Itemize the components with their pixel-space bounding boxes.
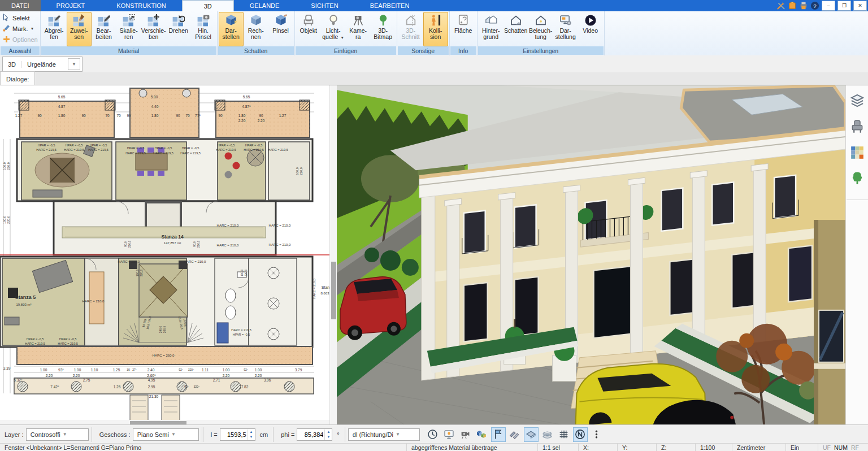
tile-diamond-icon[interactable] [524, 427, 539, 442]
ribbon-group-label: Einstellungen [478, 46, 604, 55]
floorplan-2d-pane[interactable]: 5.655.005.654.874.404.87⁵1.27901.8090707… [0, 85, 329, 425]
close-button[interactable]: ✕ [853, 1, 867, 11]
tab-gel-nde[interactable]: GELÄNDE [234, 0, 296, 11]
beleuch-tung-button[interactable]: Beleuch-tung [528, 12, 553, 46]
plan-label: 70 [116, 114, 120, 118]
plan-label: 5.32⁵ [14, 378, 22, 382]
length-stepper[interactable]: ▲▼ [248, 430, 255, 440]
plan-label: 1.27 [15, 114, 23, 118]
video-button[interactable]: Video [578, 12, 603, 46]
dar-stellen-button[interactable]: Dar-stellen [219, 12, 244, 46]
ribbon-group-label: Auswahl [1, 46, 40, 55]
layer-select[interactable]: Controsoffi▼ [26, 428, 89, 441]
3d-bitmap-button[interactable]: 3D-Bitmap [371, 12, 396, 46]
plan-label: 4.87 [58, 105, 66, 109]
geschoss-select[interactable]: Piano Semi▼ [133, 428, 199, 441]
3d-schnitt-button[interactable]: 3D-Schnitt [398, 12, 423, 46]
dar-stellung-button[interactable]: Dar-stellung [553, 12, 578, 46]
collision-icon [429, 14, 442, 27]
plan-label: HARC = 219,5 [25, 342, 45, 345]
length-unit: cm [260, 431, 268, 438]
render-cube-icon [225, 14, 237, 27]
fl-che-button[interactable]: Fläche [451, 12, 476, 46]
verschie-ben-button[interactable]: Verschie-ben [141, 12, 166, 46]
view-select-value[interactable]: Urgelände [21, 61, 68, 68]
plan-label: 5.65 [243, 95, 250, 99]
length-field[interactable] [220, 431, 248, 439]
plants-tree-icon[interactable] [850, 171, 865, 186]
north-icon[interactable] [573, 427, 588, 442]
plan-label: 2.20 [223, 374, 230, 378]
optionen-button[interactable]: Optionen [2, 34, 38, 45]
floorplan-labels: 5.655.005.654.874.404.87⁵1.27901.8090707… [0, 85, 329, 425]
roof-tiles-icon[interactable] [507, 427, 522, 442]
tab-3d[interactable]: 3D [182, 0, 234, 11]
kolli-sion-button[interactable]: Kolli-sion [423, 12, 448, 46]
plan-label: HPAR = -0,5 [127, 146, 145, 150]
plan-label: 240,0 [159, 326, 162, 333]
tab-konstruktion[interactable]: KONSTRUKTION [101, 0, 181, 11]
monitor-refresh-icon[interactable] [442, 427, 457, 442]
tab-sichten[interactable]: SICHTEN [295, 0, 354, 11]
length-input[interactable]: ▲▼ [220, 428, 255, 441]
schatten-button[interactable]: Schatten [504, 12, 528, 46]
objekt-button[interactable]: Objekt [296, 12, 321, 46]
plan-label: HPAR = -0,5 [38, 144, 55, 147]
status-bar: Fenster <Unbekannt> L=Serramenti G=Piano… [0, 443, 868, 451]
tools-icon[interactable] [776, 1, 785, 10]
layers-flat-icon[interactable] [540, 427, 555, 442]
render-3d-pane[interactable] [337, 85, 845, 425]
toolbar-divider [847, 200, 868, 200]
help-icon[interactable]: ? [810, 1, 819, 10]
tab-bearbeiten[interactable]: BEARBEITEN [354, 0, 426, 11]
direction-select[interactable]: dl (Richtung/Di▼ [348, 428, 420, 441]
pinsel-button[interactable]: Pinsel [268, 12, 293, 46]
plan-label: HARC = 210,0 [313, 279, 316, 299]
phi-field[interactable] [297, 431, 324, 439]
grid-icon[interactable] [557, 427, 571, 442]
material-move-icon [147, 14, 160, 27]
zuwei-sen-button[interactable]: Zuwei-sen [67, 12, 92, 46]
ribbon-group-label: Einfügen [296, 46, 396, 55]
bear-beiten-button[interactable]: Bear-beiten [92, 12, 116, 46]
window-controls: ?–❐✕ [776, 0, 868, 11]
drehen-button[interactable]: Drehen [166, 12, 191, 46]
kame-ra-button[interactable]: Kame-ra [346, 12, 371, 46]
plan-vertical-scrollbar[interactable] [329, 85, 337, 425]
cubes-icon[interactable] [475, 427, 489, 442]
materials-palette-icon[interactable] [850, 145, 865, 160]
kebab-icon[interactable] [589, 427, 604, 442]
restore-button[interactable]: ❐ [837, 1, 851, 11]
view-toolbar: 3D Urgelände ▼ Dialoge: [0, 55, 868, 72]
view-select-chevron-icon[interactable]: ▼ [68, 58, 80, 70]
abgrei-fen-button[interactable]: Abgrei-fen [42, 12, 67, 46]
mark--button[interactable]: Mark.▼ [2, 23, 38, 34]
hinter-grund-button[interactable]: Hinter-grund [479, 12, 504, 46]
plan-label: 21.30 [149, 394, 158, 398]
licht-quelle-button[interactable]: Licht-quelle ▼ [321, 12, 346, 46]
export-icon[interactable] [788, 1, 797, 10]
red-car [340, 277, 406, 340]
rech-nen-button[interactable]: Rech-nen [244, 12, 268, 46]
clock-icon[interactable] [426, 427, 440, 442]
brush-cube-icon [275, 14, 287, 27]
phi-stepper[interactable]: ▲▼ [324, 430, 332, 440]
plan-label: 220,0 [300, 167, 303, 175]
camera-small-icon[interactable] [458, 427, 473, 442]
minimize-button[interactable]: – [822, 1, 835, 11]
tab-datei[interactable]: DATEI [0, 0, 41, 11]
plan-label: HARC = 210,0 [118, 260, 140, 263]
light-source-icon [327, 14, 340, 27]
ribbon-group-einstellungen: Hinter-grundSchattenBeleuch-tungDar-stel… [478, 11, 605, 55]
print-icon[interactable] [799, 1, 808, 10]
selekt-button[interactable]: Selekt [2, 12, 38, 23]
layers-icon[interactable] [850, 93, 865, 108]
plan-label: 2.20 [46, 374, 53, 378]
furniture-chair-icon[interactable] [850, 119, 865, 134]
skalie-ren-button[interactable]: Skalie-ren [116, 12, 141, 46]
tab-projekt[interactable]: PROJEKT [41, 0, 101, 11]
hin-pinsel-button[interactable]: Hin.Pinsel [191, 12, 216, 46]
flag-icon[interactable] [491, 427, 506, 442]
phi-input[interactable]: ▲▼ [297, 428, 332, 441]
plan-label: 1.25 [113, 368, 120, 372]
